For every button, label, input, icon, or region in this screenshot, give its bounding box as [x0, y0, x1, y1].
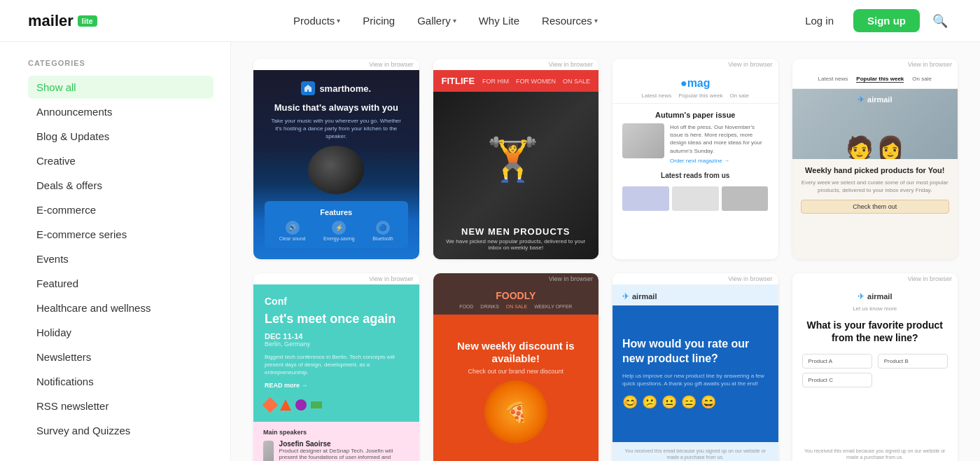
airmail-cta-btn[interactable]: Check them out [801, 200, 950, 214]
quiz-option-b[interactable]: Product B [878, 354, 948, 369]
categories-label: CATEGORIES [28, 59, 214, 67]
survey-footer-msg: You received this email because you sign… [625, 448, 766, 460]
smarthome-sub: Take your music with you wherever you go… [265, 117, 408, 141]
fitlife-nav-onsale: ON SALE [563, 78, 590, 85]
sidebar-item-newsletters[interactable]: Newsletters [28, 345, 214, 369]
smarthome-brand-name: smarthome. [319, 83, 371, 94]
fitlife-desc: We have picked new popular products, del… [442, 238, 591, 251]
template-card-fitlife[interactable]: View in browser FITLIFE FOR HIM FOR WOME… [433, 59, 599, 259]
foodly-nav-drinks: DRINKS [480, 304, 498, 309]
conf-desc: Biggest tech conference in Berlin. Tech … [265, 353, 408, 377]
foodly-nav-food: FOOD [459, 304, 473, 309]
conference-preview: Conf Let's meet once again DEC 11-14 Ber… [253, 284, 419, 461]
view-in-browser-quiz[interactable]: View in browser [792, 273, 958, 284]
sidebar-item-survey[interactable]: Survey and Quizzes [28, 419, 214, 442]
quiz-header: ✈ airmail [792, 284, 958, 305]
shape-2 [280, 399, 291, 411]
view-in-browser-airmail[interactable]: View in browser [792, 59, 958, 70]
conf-shapes [265, 399, 408, 411]
view-in-browser-conference[interactable]: View in browser [253, 273, 419, 284]
sidebar-item-ecommerce-series[interactable]: E-commerce series [28, 223, 214, 246]
mag-img-strip [622, 186, 769, 211]
foodly-promo-title: New weekly discount is available! [442, 340, 591, 365]
airmail-preview: Latest news Popular this week On sale ✈ … [792, 70, 958, 259]
smarthome-features-row: 🔊 Clear sound ⚡ Energy-saving 🔵 Bluetoot… [270, 221, 402, 241]
airmail-nav-latest: Latest news [818, 76, 848, 83]
logo-text: mailer [28, 12, 74, 30]
mag-header: ●mag Latest news Popular this week On sa… [612, 70, 778, 104]
foodly-nav-weekly: WEEKLY OFFER [534, 304, 572, 309]
mag-issue-title: Autumn's paper issue [622, 111, 769, 119]
smarthome-headline: Music that's always with you [274, 102, 398, 114]
smarthome-brand: smarthome. [301, 81, 371, 95]
foodly-logo: FOODLY [442, 290, 591, 301]
login-button[interactable]: Log in [794, 9, 845, 32]
view-in-browser-fitlife[interactable]: View in browser [433, 59, 599, 70]
sidebar-item-ecommerce[interactable]: E-commerce [28, 198, 214, 221]
survey-rate-preview: ✈ airmail How would you rate our new pro… [612, 284, 778, 461]
fitlife-athlete-icon: 🏋️ [486, 139, 539, 181]
sidebar-item-announcements[interactable]: Announcements [28, 100, 214, 123]
nav-item-resources[interactable]: Resources ▾ [533, 11, 606, 31]
nav-gallery-arrow: ▾ [453, 17, 456, 25]
speaker-avatar [263, 441, 274, 461]
sidebar-item-deals[interactable]: Deals & offers [28, 174, 214, 197]
airmail-hero-people: 🧑 👩 [792, 137, 958, 159]
view-in-browser-smarthome[interactable]: View in browser [253, 59, 419, 70]
logo[interactable]: mailer lite [28, 12, 97, 30]
sidebar-item-show-all[interactable]: Show all [28, 76, 214, 99]
template-card-mag[interactable]: View in browser ●mag Latest news Popular… [612, 59, 778, 259]
nav-item-products[interactable]: Products ▾ [285, 11, 349, 31]
survey-rate-content: How would you rate our new product line?… [612, 305, 778, 442]
templates-grid: View in browser smarthome. Music that's … [253, 59, 958, 461]
mag-cta[interactable]: Order next magazine → [670, 157, 769, 165]
airmail-nav-onsale: On sale [912, 76, 932, 83]
sidebar-item-notifications[interactable]: Notifications [28, 370, 214, 393]
quiz-options-row-1: Product A Product B [802, 354, 948, 369]
quiz-brand-text: airmail [867, 292, 892, 301]
sidebar-item-rss[interactable]: RSS newsletter [28, 394, 214, 418]
conf-location: Berlin, Germany [265, 340, 408, 348]
template-card-airmail[interactable]: View in browser Latest news Popular this… [792, 59, 958, 259]
sidebar-item-holiday[interactable]: Holiday [28, 321, 214, 344]
template-card-smarthome[interactable]: View in browser smarthome. Music that's … [253, 59, 419, 259]
mag-nav-popular: Popular this week [678, 92, 722, 99]
smarthome-brand-icon [301, 81, 315, 95]
conf-link[interactable]: READ more → [265, 382, 408, 389]
view-in-browser-foodly[interactable]: View in browser [433, 273, 599, 284]
template-card-conference[interactable]: View in browser Conf Let's meet once aga… [253, 273, 419, 461]
nav-item-whylite[interactable]: Why Lite [470, 11, 528, 31]
main-content: View in browser smarthome. Music that's … [231, 42, 980, 461]
fitlife-nav: FOR HIM FOR WOMEN ON SALE [482, 78, 590, 85]
signup-button[interactable]: Sign up [853, 9, 920, 32]
person-fig-2: 👩 [876, 137, 904, 159]
search-button[interactable]: 🔍 [928, 9, 952, 33]
view-in-browser-survey-rate[interactable]: View in browser [612, 273, 778, 284]
template-card-survey-quiz[interactable]: View in browser ✈ airmail Let us know mo… [792, 273, 958, 461]
survey-brand-text: airmail [632, 292, 657, 301]
sidebar-item-creative[interactable]: Creative [28, 149, 214, 172]
airmail-brand: ✈ airmail [858, 95, 892, 104]
nav-gallery-label: Gallery [417, 15, 451, 27]
template-card-foodly[interactable]: View in browser FOODLY FOOD DRINKS ON SA… [433, 273, 599, 461]
nav-item-gallery[interactable]: Gallery ▾ [409, 11, 465, 31]
sidebar-item-healthcare[interactable]: Healthcare and wellness [28, 296, 214, 319]
survey-desc: Help us improve our new product line by … [622, 372, 769, 387]
quiz-option-c[interactable]: Product C [802, 373, 872, 387]
feat-energy: ⚡ Energy-saving [323, 221, 355, 241]
nav-item-pricing[interactable]: Pricing [354, 11, 403, 31]
mag-article-text: Hot off the press. Our November's issue … [670, 123, 769, 165]
sidebar-item-featured[interactable]: Featured [28, 272, 214, 295]
template-card-survey-rate[interactable]: View in browser ✈ airmail How would you … [612, 273, 778, 461]
mag-article: Hot off the press. Our November's issue … [622, 123, 769, 165]
sidebar: CATEGORIES Show all Announcements Blog &… [0, 42, 231, 461]
feat-bt-label: Bluetooth [372, 236, 393, 241]
smarthome-preview: smarthome. Music that's always with you … [253, 70, 419, 259]
quiz-option-a[interactable]: Product A [802, 354, 872, 369]
view-in-browser-mag[interactable]: View in browser [612, 59, 778, 70]
mag-nav-latest: Latest news [642, 92, 672, 99]
nav-whylite-label: Why Lite [479, 15, 519, 27]
sidebar-item-events[interactable]: Events [28, 247, 214, 270]
foodly-pizza-img: 🍕 [484, 380, 547, 443]
sidebar-item-blog[interactable]: Blog & Updates [28, 125, 214, 148]
